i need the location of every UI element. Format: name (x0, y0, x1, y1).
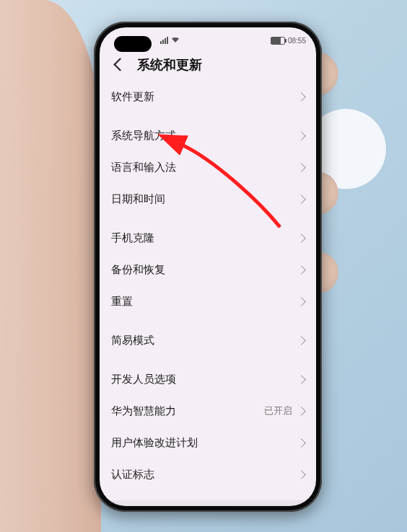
section-gap (111, 215, 305, 222)
row-label: 华为智慧能力 (111, 404, 264, 418)
chevron-right-icon (297, 297, 306, 306)
signal-icon (160, 37, 168, 44)
row-phone-clone[interactable]: 手机克隆 (111, 222, 305, 254)
row-software-update[interactable]: 软件更新 (111, 81, 305, 112)
chevron-right-icon (297, 336, 306, 345)
row-label: 用户体验改进计划 (111, 436, 292, 450)
row-label: 认证标志 (111, 468, 292, 482)
row-developer-options[interactable]: 开发人员选项 (111, 363, 305, 395)
row-label: 备份和恢复 (111, 263, 292, 277)
chevron-right-icon (297, 375, 306, 384)
row-certification[interactable]: 认证标志 (111, 458, 305, 490)
row-system-navigation[interactable]: 系统导航方式 (111, 120, 305, 151)
row-label: 手机克隆 (111, 231, 292, 245)
clock: 08:55 (288, 37, 306, 45)
row-reset[interactable]: 重置 (111, 285, 305, 317)
row-label: 简易模式 (111, 334, 292, 347)
row-backup-restore[interactable]: 备份和恢复 (111, 254, 305, 285)
row-label: 语言和输入法 (111, 161, 292, 174)
phone-frame: 08:55 系统和更新 软件更新系统导航方式语言和输入法日期和时间手机克隆备份和… (94, 22, 322, 512)
row-date-time[interactable]: 日期和时间 (111, 183, 305, 215)
row-label: 软件更新 (111, 90, 292, 104)
chevron-right-icon (297, 131, 306, 141)
row-label: 日期和时间 (111, 192, 292, 206)
row-huawei-ai[interactable]: 华为智慧能力已开启 (111, 395, 305, 427)
row-simple-mode[interactable]: 简易模式 (111, 324, 305, 356)
chevron-right-icon (297, 163, 306, 172)
section-gap (111, 317, 305, 324)
row-label: 系统导航方式 (111, 129, 292, 143)
chevron-right-icon (297, 265, 306, 275)
camera-punch-hole (114, 36, 152, 52)
chevron-right-icon (297, 195, 306, 204)
row-user-experience[interactable]: 用户体验改进计划 (111, 427, 305, 458)
hand (0, 0, 101, 532)
row-label: 重置 (111, 295, 292, 309)
section-gap (111, 112, 305, 120)
chevron-right-icon (297, 234, 306, 243)
row-label: 开发人员选项 (111, 373, 292, 386)
screen: 08:55 系统和更新 软件更新系统导航方式语言和输入法日期和时间手机克隆备份和… (100, 27, 316, 506)
row-language-input[interactable]: 语言和输入法 (111, 151, 305, 183)
section-gap (111, 356, 305, 363)
back-button[interactable] (111, 57, 127, 73)
search-other-settings[interactable]: 是否在寻找其他设置项？ (107, 500, 309, 506)
row-value: 已开启 (264, 404, 292, 417)
chevron-right-icon (297, 92, 306, 102)
battery-icon (271, 37, 285, 45)
chevron-right-icon (297, 438, 306, 448)
chevron-right-icon (297, 470, 306, 479)
chevron-right-icon (297, 407, 306, 416)
settings-list: 软件更新系统导航方式语言和输入法日期和时间手机克隆备份和恢复重置简易模式开发人员… (100, 81, 316, 490)
page-title: 系统和更新 (137, 56, 202, 74)
wifi-icon (171, 36, 180, 45)
header: 系统和更新 (100, 50, 316, 81)
